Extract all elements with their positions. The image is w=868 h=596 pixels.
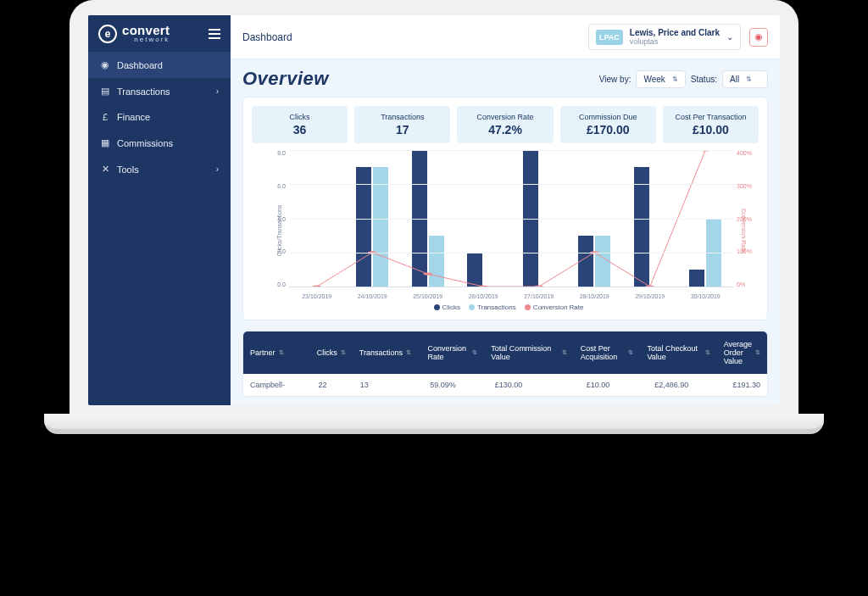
status-select[interactable]: All ⇅ xyxy=(722,70,768,88)
legend-label: Clicks xyxy=(442,304,460,311)
stat-card: Transactions17 xyxy=(354,106,450,143)
sort-icon: ⇅ xyxy=(472,349,477,356)
sidebar: e convert network ◉ Dashboard ▤ Transact… xyxy=(88,15,231,405)
sidebar-item-transactions[interactable]: ▤ Transactions › xyxy=(88,78,231,104)
table-cell: 59.09% xyxy=(423,374,488,396)
sort-icon: ⇅ xyxy=(279,349,284,356)
table-header-cell[interactable]: Cost Per Acquisition⇅ xyxy=(574,331,641,374)
table-cell: 13 xyxy=(353,374,423,396)
stat-label: Commission Due xyxy=(564,113,653,121)
status-value: All xyxy=(730,75,739,84)
status-label: Status: xyxy=(691,75,717,84)
sidebar-item-finance[interactable]: £ Finance xyxy=(88,104,231,130)
y-axis-right-ticks: 400%300%200%100%0% xyxy=(737,150,755,287)
stat-card: Commission Due£170.00 xyxy=(560,106,656,143)
table-header-cell[interactable]: Clicks⇅ xyxy=(310,331,353,374)
overview-panel: Clicks36Transactions17Conversion Rate47.… xyxy=(242,97,768,320)
table-cell: £130.00 xyxy=(488,374,580,396)
table-header-cell[interactable]: Total Checkout Value⇅ xyxy=(640,331,716,374)
breadcrumb: Dashboard xyxy=(242,31,292,43)
svg-point-6 xyxy=(646,285,654,287)
view-by-label: View by: xyxy=(599,75,632,84)
sidebar-item-label: Commissions xyxy=(117,138,173,148)
page-title: Overview xyxy=(242,68,329,90)
brand-name: convert xyxy=(122,24,170,36)
sort-icon: ⇅ xyxy=(705,349,710,356)
stat-card: Conversion Rate47.2% xyxy=(457,106,553,143)
view-by-select[interactable]: Week ⇅ xyxy=(636,70,685,88)
menu-toggle-icon[interactable] xyxy=(209,29,220,39)
account-sub: voluptas xyxy=(630,37,720,46)
chart-plot xyxy=(289,150,733,287)
legend-dot-clicks xyxy=(434,304,440,310)
legend-dot-transactions xyxy=(469,304,475,310)
stat-value: 36 xyxy=(255,123,344,136)
table-cell: Campbell- xyxy=(243,374,312,396)
stat-value: £10.00 xyxy=(666,123,755,136)
sidebar-item-label: Transactions xyxy=(117,86,170,97)
sort-icon: ⇅ xyxy=(341,349,346,356)
brand-sub: network xyxy=(122,36,170,43)
table-header-cell[interactable]: Conversion Rate⇅ xyxy=(420,331,484,374)
legend-dot-conversion xyxy=(525,304,531,310)
stat-label: Conversion Rate xyxy=(460,113,549,121)
svg-point-2 xyxy=(424,272,432,275)
tools-icon: ✕ xyxy=(100,164,110,175)
account-badge: LPAC xyxy=(596,30,623,45)
table-header-cell[interactable]: Partner⇅ xyxy=(243,331,310,374)
chart-legend: Clicks Transactions Conversion Rate xyxy=(252,304,759,311)
stats-row: Clicks36Transactions17Conversion Rate47.… xyxy=(252,106,759,143)
user-button[interactable]: ◉ xyxy=(749,28,768,47)
sort-icon: ⇅ xyxy=(672,75,678,83)
sidebar-item-label: Tools xyxy=(117,164,139,175)
table-cell: £2,486.90 xyxy=(648,374,726,396)
table-header-cell[interactable]: Average Order Value⇅ xyxy=(717,331,767,374)
main: Dashboard LPAC Lewis, Price and Clark vo… xyxy=(231,15,780,405)
account-selector[interactable]: LPAC Lewis, Price and Clark voluptas ⌄ xyxy=(588,24,741,50)
view-by-value: Week xyxy=(643,75,665,84)
stat-card: Cost Per Transaction£10.00 xyxy=(663,106,759,143)
sort-icon: ⇅ xyxy=(755,349,760,356)
sidebar-item-dashboard[interactable]: ◉ Dashboard xyxy=(88,52,231,78)
finance-icon: £ xyxy=(100,112,110,122)
overview-chart: Clicks/Transactions Conversion Rate 8.06… xyxy=(252,150,759,311)
brand: e convert network xyxy=(88,15,231,52)
table-header-cell[interactable]: Total Commission Value⇅ xyxy=(484,331,573,374)
sort-icon: ⇅ xyxy=(746,75,752,83)
brand-logo-icon: e xyxy=(98,25,117,43)
stat-label: Transactions xyxy=(358,113,447,121)
table-row[interactable]: Campbell-221359.09%£130.00£10.00£2,486.9… xyxy=(243,374,767,396)
svg-point-3 xyxy=(479,285,487,287)
legend-label: Transactions xyxy=(477,304,516,311)
account-name: Lewis, Price and Clark xyxy=(630,28,720,37)
transactions-icon: ▤ xyxy=(100,86,110,97)
chevron-down-icon: ⌄ xyxy=(726,32,733,42)
sort-icon: ⇅ xyxy=(406,349,411,356)
table-header-cell[interactable]: Transactions⇅ xyxy=(353,331,421,374)
topbar: Dashboard LPAC Lewis, Price and Clark vo… xyxy=(231,15,780,59)
partners-table: Partner⇅Clicks⇅Transactions⇅Conversion R… xyxy=(242,331,768,397)
x-axis-categories: 23/10/201924/10/201925/10/201926/10/2019… xyxy=(289,293,733,299)
stat-label: Cost Per Transaction xyxy=(666,113,755,121)
table-cell: 22 xyxy=(312,374,353,396)
sidebar-item-label: Dashboard xyxy=(117,60,163,70)
user-icon: ◉ xyxy=(754,31,763,42)
sidebar-item-label: Finance xyxy=(117,112,150,122)
svg-point-0 xyxy=(313,285,321,287)
stat-value: 47.2% xyxy=(460,123,549,136)
stat-label: Clicks xyxy=(255,113,344,121)
sidebar-item-commissions[interactable]: ▦ Commissions xyxy=(88,130,231,156)
commissions-icon: ▦ xyxy=(100,137,110,148)
table-cell: £191.30 xyxy=(726,374,767,396)
sort-icon: ⇅ xyxy=(628,349,633,356)
dashboard-icon: ◉ xyxy=(100,59,110,70)
stat-card: Clicks36 xyxy=(252,106,348,143)
stat-value: £170.00 xyxy=(564,123,653,136)
chevron-right-icon: › xyxy=(216,164,219,174)
table-header: Partner⇅Clicks⇅Transactions⇅Conversion R… xyxy=(243,331,767,374)
y-axis-left-ticks: 8.06.04.02.00.0 xyxy=(267,150,286,287)
stat-value: 17 xyxy=(358,123,447,136)
svg-point-4 xyxy=(535,285,543,287)
table-cell: £10.00 xyxy=(580,374,648,396)
sidebar-item-tools[interactable]: ✕ Tools › xyxy=(88,156,231,182)
